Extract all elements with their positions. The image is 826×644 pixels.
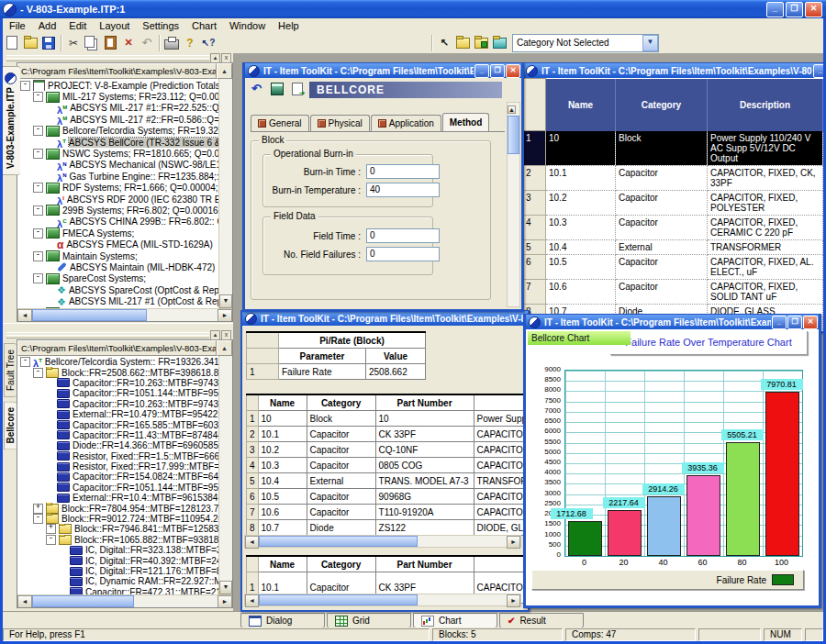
- horizontal-scrollbar[interactable]: ◄►: [244, 535, 521, 548]
- category-combobox[interactable]: Category Not Selected▼: [512, 34, 659, 52]
- tab-project-file[interactable]: V-803-Example.ITP: [0, 66, 20, 175]
- tree-item[interactable]: -RDF Systems; FR=1.666; Q=0.00004; MTBF=…: [17, 183, 218, 194]
- scroll-down-button[interactable]: ▼: [219, 581, 232, 594]
- close-panel-button[interactable]: x: [221, 330, 231, 340]
- scroll-right-button[interactable]: ►: [507, 536, 520, 549]
- tree-item[interactable]: +Block::FR=7946.841::MTBF=125836.164: [17, 524, 218, 534]
- result-window-titlebar[interactable]: IT - Item ToolKit - C:\Program Files\Ite…: [242, 311, 528, 326]
- tree-item[interactable]: IC, Digital::FR=121.176::MTBF=8252395: [17, 566, 218, 576]
- tree-item[interactable]: IC, Digital::FR=323.138::MTBF=3094648: [17, 545, 218, 555]
- tree-item[interactable]: -PROJECT: V-8-Example (Prediction Totals…: [17, 80, 218, 91]
- table-row[interactable]: 210.1CapacitorCAPACITOR, FIXED, CK, 33PF: [524, 165, 823, 190]
- collapse-icon[interactable]: -: [33, 228, 43, 239]
- dialog-titlebar[interactable]: IT - Item ToolKit - C:\Program Files\Ite…: [245, 63, 521, 78]
- tree-item[interactable]: +Block::FR=7804.954::MTBF=128123.742: [17, 503, 218, 513]
- scrollbar-thumb[interactable]: [259, 594, 418, 605]
- menu-settings[interactable]: Settings: [136, 19, 185, 32]
- toolbar-chart-folder-icon[interactable]: [490, 34, 508, 52]
- menu-window[interactable]: Window: [223, 19, 272, 32]
- tree-item[interactable]: λNGas Turbine Engine:: FR=1235.884;:: Q=…: [17, 171, 218, 182]
- scrollbar-thumb[interactable]: [32, 309, 147, 321]
- tree-item[interactable]: Capacitor::FR=472.31::MTBF=2117251.7: [17, 587, 218, 594]
- collapse-icon[interactable]: -: [33, 368, 43, 378]
- table-row[interactable]: 110BlockPower Supply 110/240 V AC Supp 5…: [524, 131, 823, 166]
- expand-icon[interactable]: +: [33, 504, 43, 514]
- tree-item[interactable]: External::FR=10.479::MTBF=95422688: [17, 409, 218, 419]
- column-header-description[interactable]: Description: [708, 79, 823, 131]
- scroll-right-button[interactable]: ►: [218, 595, 232, 608]
- collapse-icon[interactable]: -: [46, 535, 56, 545]
- tree-item[interactable]: Resistor, Fixed::FR=17.999::MTBF=5555556…: [17, 461, 218, 472]
- tree-item[interactable]: Capacitor::FR=10.263::MTBF=97430864: [17, 378, 218, 388]
- table-row[interactable]: 1Failure Rate2508.662: [247, 364, 426, 380]
- horizontal-scrollbar[interactable]: ◄ ►: [17, 308, 232, 321]
- view-tab-result[interactable]: ✔Result: [499, 613, 584, 628]
- tab-bellcore[interactable]: Bellcore: [4, 401, 17, 450]
- table-row[interactable]: 110Block10Power Supply 1: [247, 411, 529, 427]
- horizontal-scrollbar[interactable]: ◄ ►: [17, 594, 232, 607]
- minimize-button[interactable]: _: [772, 316, 787, 329]
- toolbar-pointer-icon[interactable]: ↖: [435, 34, 453, 52]
- horizontal-scrollbar[interactable]: ◄►: [244, 594, 521, 606]
- scroll-down-button[interactable]: ▼: [219, 294, 232, 308]
- collapse-icon[interactable]: -: [33, 149, 43, 159]
- field-input[interactable]: 0: [366, 164, 440, 179]
- tree-item[interactable]: ❖ABCSYS MIL-217 #1 (OptCost & Repstock):…: [17, 295, 218, 306]
- close-button[interactable]: ✕: [803, 316, 818, 329]
- collapse-icon[interactable]: -: [33, 205, 43, 216]
- collapse-icon[interactable]: -: [33, 183, 43, 193]
- tab-fault-tree[interactable]: Fault Tree: [4, 343, 17, 397]
- tree-item[interactable]: λNABCSYS Mechanical (NSWC-98/LE1):: FR=5: [17, 160, 218, 171]
- menu-layout[interactable]: Layout: [93, 19, 136, 32]
- toolbar-paste-icon[interactable]: [101, 34, 119, 52]
- toolbar-grid-folder-icon[interactable]: [472, 34, 490, 52]
- table-row[interactable]: 710.6CapacitorCAPACITOR, FIXED, SOLID TA…: [524, 279, 823, 304]
- toolbar-save-icon[interactable]: [39, 34, 58, 52]
- tree-item[interactable]: αABCSYS FMECA (MIL-STD-1629A): [17, 239, 218, 250]
- table-row[interactable]: 510.4ExternalTRANSFORMER: [524, 239, 823, 254]
- collapse-icon[interactable]: -: [20, 81, 30, 91]
- tree-item[interactable]: -Maintain Systems;: [17, 250, 218, 261]
- pin-panel-button[interactable]: ▴: [210, 53, 220, 63]
- tree-item[interactable]: -Block::FR=1065.882::MTBF=938189.437: [17, 535, 218, 545]
- scroll-up-button[interactable]: ▲: [508, 105, 516, 114]
- table-row[interactable]: 310.2CapacitorCAPACITOR, FIXED, POLYESTE…: [524, 190, 823, 215]
- toolbar-context-help-icon[interactable]: ↖?: [199, 34, 218, 52]
- scroll-left-button[interactable]: ◄: [17, 595, 32, 608]
- tree-item[interactable]: -MIL-217 Systems; FR=23.112; Q=0.000554;…: [17, 91, 218, 102]
- view-tab-chart[interactable]: Chart: [413, 613, 497, 628]
- scroll-up-button[interactable]: ▲: [217, 340, 232, 356]
- close-button[interactable]: ✕: [805, 2, 822, 17]
- tab-application[interactable]: Application: [371, 115, 441, 131]
- tree-item[interactable]: -299B Systems; FR=6.802; Q=0.000163; MTB…: [17, 205, 218, 216]
- tree-item[interactable]: -SpareCost Systems;: [17, 273, 218, 284]
- undo-icon[interactable]: ↶: [249, 81, 264, 96]
- menu-help[interactable]: Help: [272, 19, 306, 32]
- calculator-icon[interactable]: [269, 81, 285, 96]
- pin-panel-button[interactable]: ▴: [210, 330, 220, 340]
- field-input[interactable]: 0: [366, 247, 440, 261]
- collapse-icon[interactable]: -: [20, 357, 30, 367]
- tree-item[interactable]: λMABCSYS MIL-217 #1::FR=22.525::Q=0.0005…: [17, 103, 218, 114]
- table-row[interactable]: 410.3Capacitor0805 COGCAPACITOR, F: [247, 458, 529, 473]
- table-row[interactable]: 510.4ExternalTRANS. MODEL A7-3TRANSFORME: [247, 473, 529, 489]
- close-panel-button[interactable]: x: [221, 53, 231, 63]
- toolbar-new-icon[interactable]: [3, 34, 21, 52]
- toolbar-dialog-folder-icon[interactable]: [453, 34, 472, 52]
- toolbar-delete-icon[interactable]: ✕: [119, 34, 138, 52]
- view-tab-grid[interactable]: Grid: [327, 613, 411, 628]
- collapse-icon[interactable]: -: [33, 126, 43, 136]
- scrollbar-thumb[interactable]: [259, 536, 418, 547]
- scroll-left-button[interactable]: ◄: [245, 536, 259, 549]
- chart-sheet-tab[interactable]: Bellcore Chart: [528, 331, 631, 345]
- scroll-up-button[interactable]: ▲: [217, 63, 232, 79]
- tree-item[interactable]: -NSWC Systems; FR=1810.665; Q=0.0425; MT…: [17, 148, 218, 159]
- minimize-button[interactable]: _: [474, 64, 489, 78]
- tree-item[interactable]: Capacitor::FR=11.43::MTBF=87484440: [17, 430, 218, 440]
- menu-chart[interactable]: Chart: [185, 19, 223, 32]
- tree-item[interactable]: -λTBellcore/Telcordia System:: FR=19326.…: [17, 357, 218, 367]
- field-input[interactable]: 40: [366, 183, 440, 197]
- minimize-button[interactable]: _: [766, 2, 784, 17]
- tree-item[interactable]: Capacitor::FR=1051.144::MTBF=951343.625: [17, 483, 218, 493]
- dialog-vertical-scrollbar[interactable]: ▲: [507, 102, 520, 307]
